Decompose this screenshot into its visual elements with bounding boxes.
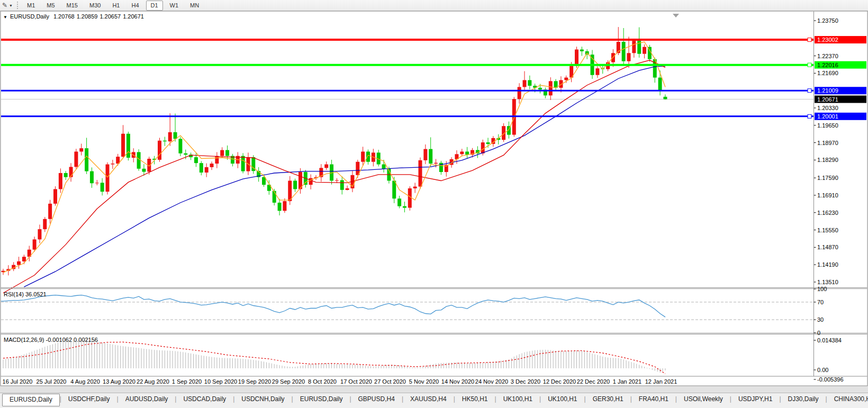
line-end-handle[interactable] bbox=[808, 63, 811, 67]
macd-name: MACD(12,26,9) bbox=[4, 337, 44, 343]
price-tag-label: 1.22016 bbox=[817, 62, 838, 68]
candle-body bbox=[397, 198, 401, 206]
candle-body bbox=[627, 53, 631, 61]
candle-body bbox=[158, 141, 161, 160]
candle-body bbox=[403, 206, 406, 208]
candle-body bbox=[366, 151, 370, 161]
date-axis-label: 22 Dec 2020 bbox=[577, 378, 610, 385]
chart-tab[interactable]: USDCHF,Daily bbox=[61, 394, 117, 406]
candle-body bbox=[220, 150, 224, 156]
date-axis-label: 5 Nov 2020 bbox=[409, 378, 439, 385]
candle-body bbox=[575, 50, 578, 66]
chart-tab[interactable]: EURUSD,Daily bbox=[293, 394, 350, 406]
timeframe-button-m1[interactable]: M1 bbox=[22, 1, 40, 11]
chart-tab[interactable]: AUDUSD,Daily bbox=[119, 394, 175, 406]
candle-body bbox=[423, 149, 427, 160]
timeframe-button-mn[interactable]: MN bbox=[185, 1, 204, 11]
candle-body bbox=[79, 148, 83, 151]
chart-collapse-icon[interactable]: ▼ bbox=[3, 15, 7, 20]
candle-body bbox=[632, 41, 636, 53]
rsi-indicator-label: RSI(14) 36.0521 bbox=[4, 291, 47, 297]
date-axis-label: 3 Dec 2020 bbox=[511, 378, 540, 385]
candle-body bbox=[48, 204, 52, 219]
candle-body bbox=[142, 169, 146, 172]
timeframe-button-d1[interactable]: D1 bbox=[146, 1, 163, 11]
date-axis-label: 25 Jul 2020 bbox=[37, 378, 67, 385]
chart-title: ▼EURUSD,Daily1.207681.208591.206571.2067… bbox=[3, 13, 146, 20]
rsi-axis-label: 0 bbox=[817, 330, 820, 336]
candle-body bbox=[43, 219, 47, 229]
candle-body bbox=[210, 164, 214, 167]
rsi-axis-label: 70 bbox=[817, 299, 824, 305]
candle-body bbox=[324, 165, 328, 168]
chart-tab[interactable]: UK100,H1 bbox=[496, 394, 539, 406]
macd-axis-label: 0.00 bbox=[817, 367, 828, 373]
price-axis-label: 1.16910 bbox=[817, 192, 838, 198]
line-end-handle[interactable] bbox=[808, 89, 811, 93]
candle-body bbox=[288, 180, 292, 201]
price-axis-label: 1.18290 bbox=[817, 157, 838, 163]
candle-body bbox=[528, 80, 531, 86]
date-axis-label: 17 Oct 2020 bbox=[340, 378, 372, 385]
candle-body bbox=[309, 178, 313, 185]
candle-body bbox=[622, 42, 626, 61]
chart-tab[interactable]: USOil,Weekly bbox=[677, 394, 730, 406]
timeframe-button-h1[interactable]: H1 bbox=[107, 1, 124, 11]
macd-axis-label: -0.005396 bbox=[817, 376, 844, 383]
timeframe-button-m15[interactable]: M15 bbox=[62, 1, 83, 11]
chart-tab[interactable]: HK50,H1 bbox=[455, 394, 495, 406]
chart-tab[interactable]: GER30,H1 bbox=[586, 394, 630, 406]
price-tag-label: 1.20001 bbox=[817, 113, 838, 120]
price-axis-label: 1.13510 bbox=[817, 279, 838, 285]
candle-body bbox=[59, 173, 62, 189]
line-end-handle[interactable] bbox=[808, 114, 811, 118]
price-axis-label: 1.16230 bbox=[817, 210, 838, 216]
price-axis-label: 1.19650 bbox=[817, 122, 838, 129]
rsi-axis-label: 100 bbox=[817, 286, 827, 292]
date-axis-label: 14 Nov 2020 bbox=[441, 378, 474, 385]
date-axis-label: 16 Jul 2020 bbox=[3, 378, 33, 385]
style-tool-dropdown-icon[interactable]: ▼ bbox=[9, 4, 13, 7]
date-axis-label: 29 Sep 2020 bbox=[272, 378, 305, 385]
candle-body bbox=[643, 47, 646, 54]
timeframe-button-group: M1M5M15M30H1H4D1W1MN bbox=[21, 1, 205, 11]
candle-body bbox=[518, 87, 521, 99]
candle-body bbox=[22, 257, 26, 261]
chart-tab[interactable]: UK100,H1 bbox=[541, 394, 584, 406]
candle-body bbox=[90, 171, 94, 184]
date-axis-label: 12 Dec 2020 bbox=[543, 378, 576, 385]
chart-tab[interactable]: XAUUSD,H4 bbox=[403, 394, 454, 406]
timeframe-button-h4[interactable]: H4 bbox=[126, 1, 143, 11]
chart-canvas[interactable]: 1.230021.220161.210091.200011.206711.237… bbox=[0, 11, 868, 393]
candle-body bbox=[465, 151, 469, 155]
chart-tab[interactable]: USDJPY,H1 bbox=[731, 394, 779, 406]
candle-body bbox=[663, 97, 667, 99]
chart-tab-bar: EURUSD,Daily|USDCHF,Daily|AUDUSD,Daily|U… bbox=[0, 393, 868, 408]
candle-body bbox=[549, 81, 553, 95]
candle-body bbox=[178, 139, 182, 153]
candle-body bbox=[413, 187, 417, 188]
chart-tab[interactable]: FRA40,H1 bbox=[632, 394, 675, 406]
chart-tab[interactable]: USDCNH,Daily bbox=[234, 394, 291, 406]
chart-tab[interactable]: EURUSD,Daily bbox=[2, 394, 60, 406]
chart-tab[interactable]: DJ30,Daily bbox=[781, 394, 826, 406]
candle-body bbox=[174, 132, 177, 139]
candle-body bbox=[38, 229, 41, 239]
line-end-handle[interactable] bbox=[808, 38, 811, 42]
candle-body bbox=[408, 188, 412, 208]
timeframe-button-m30[interactable]: M30 bbox=[85, 1, 105, 11]
date-axis-label: 22 Aug 2020 bbox=[137, 378, 169, 385]
chart-tab[interactable]: CHINA300,H1 bbox=[827, 394, 868, 406]
chart-tab[interactable]: GBPUSD,H4 bbox=[351, 394, 402, 406]
price-axis-label: 1.23750 bbox=[817, 17, 838, 24]
chart-tab[interactable]: USDCAD,Daily bbox=[176, 394, 233, 406]
macd-indicator-label: MACD(12,26,9) -0.001062 0.002156 bbox=[4, 337, 98, 343]
toolbar-grip-handle[interactable] bbox=[17, 2, 18, 9]
timeframe-button-w1[interactable]: W1 bbox=[165, 1, 184, 11]
macd-axis-label: 0.014384 bbox=[817, 337, 842, 343]
timeframe-button-m5[interactable]: M5 bbox=[42, 1, 59, 11]
candle-body bbox=[523, 80, 527, 87]
candle-body bbox=[262, 177, 266, 185]
candle-body bbox=[184, 153, 187, 155]
style-tool-icon[interactable]: ✎ bbox=[2, 1, 7, 10]
